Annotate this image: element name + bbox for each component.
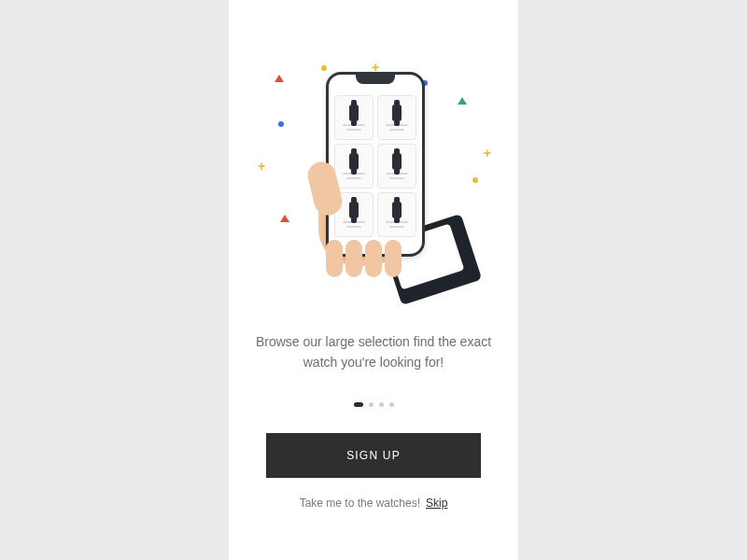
- skip-row: Take me to the watches! Skip: [300, 497, 448, 510]
- pager-dot-active: [354, 402, 363, 407]
- skip-prompt: Take me to the watches!: [300, 497, 420, 510]
- skip-link[interactable]: Skip: [426, 497, 447, 510]
- confetti-triangle-icon: [275, 75, 284, 82]
- onboarding-description: Browse our large selection find the exac…: [229, 332, 518, 372]
- pager-dot: [379, 402, 384, 407]
- page-indicator: [354, 402, 394, 407]
- hero-illustration: + + +: [252, 56, 495, 299]
- confetti-dot-icon: [278, 121, 284, 127]
- pager-dot: [389, 402, 394, 407]
- sign-up-button[interactable]: SIGN UP: [266, 433, 481, 478]
- hand-holding-phone-icon: [294, 70, 453, 285]
- pager-dot: [369, 402, 374, 407]
- confetti-triangle-icon: [280, 215, 289, 222]
- phone-device-icon: [326, 72, 425, 257]
- onboarding-screen: + + +: [229, 0, 518, 560]
- confetti-plus-icon: +: [258, 159, 265, 174]
- confetti-triangle-icon: [458, 97, 467, 105]
- confetti-plus-icon: +: [484, 146, 491, 161]
- confetti-dot-icon: [472, 177, 478, 183]
